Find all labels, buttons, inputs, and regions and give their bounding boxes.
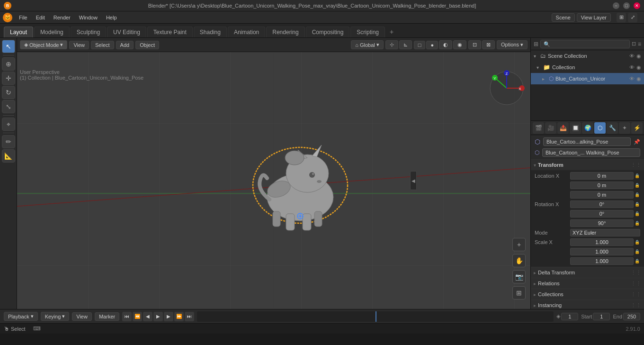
- prop-tab-scene[interactable]: 🎬: [533, 122, 544, 134]
- maximize-button[interactable]: □: [623, 2, 630, 9]
- tab-texture-paint[interactable]: Texture Paint: [147, 27, 193, 37]
- proportional-edit[interactable]: ⊾: [399, 40, 412, 49]
- menu-file[interactable]: File: [15, 14, 31, 21]
- tool-cursor[interactable]: ⊕: [2, 57, 15, 71]
- filter-icon[interactable]: ⊡: [632, 41, 636, 47]
- blender-menu-logo[interactable]: 🐱: [3, 13, 12, 22]
- shading-render[interactable]: ◉: [453, 40, 466, 49]
- tool-scale[interactable]: ⤡: [2, 100, 15, 113]
- snap-toggle[interactable]: ⊹: [385, 40, 398, 49]
- editor-type-icon[interactable]: ⊞: [617, 13, 626, 22]
- next-frame-button[interactable]: ▶: [164, 312, 173, 321]
- rotation-x-value[interactable]: 0°: [570, 200, 634, 208]
- scale-z-lock[interactable]: 🔒: [635, 259, 640, 263]
- rotation-z-lock[interactable]: 🔒: [635, 221, 640, 226]
- prop-tab-physics[interactable]: ⚡: [631, 122, 643, 134]
- delta-options-icon[interactable]: ⋮⋮: [631, 270, 641, 276]
- prev-frame-button[interactable]: ◀: [143, 312, 152, 321]
- relations-header[interactable]: ▸ Relations ⋮⋮: [531, 278, 644, 289]
- collection-row[interactable]: ▾ 📁 Collection 👁 ◉: [531, 62, 644, 73]
- location-z-value[interactable]: 0 m: [570, 191, 634, 199]
- transform-section-header[interactable]: ▾ Transform ⋮⋮: [531, 160, 644, 170]
- tool-transform[interactable]: ⌖: [2, 118, 15, 131]
- prop-tab-view-layer[interactable]: 🔲: [570, 122, 581, 134]
- prop-tab-object[interactable]: ⬡: [594, 122, 606, 134]
- obj-name-field[interactable]: Blue_Cartoo...alking_Pose: [543, 137, 631, 146]
- collections-options-icon[interactable]: ⋮⋮: [631, 291, 641, 298]
- scene-selector[interactable]: Scene: [552, 13, 575, 22]
- jump-start-button[interactable]: ⏮: [122, 312, 132, 321]
- options-btn[interactable]: Options ▾: [497, 40, 528, 49]
- menu-help[interactable]: Help: [102, 14, 121, 21]
- scene-collection-row[interactable]: ▾ 🗂 Scene Collection 👁 ◉: [531, 50, 644, 62]
- add-menu[interactable]: Add: [116, 41, 134, 49]
- tool-move[interactable]: ✛: [2, 72, 15, 85]
- transform-options-icon[interactable]: ⋮⋮: [631, 162, 641, 168]
- outliner-search-input[interactable]: [540, 40, 630, 48]
- menu-window[interactable]: Window: [75, 14, 101, 21]
- tool-measure[interactable]: 📐: [2, 149, 15, 163]
- rotation-y-lock[interactable]: 🔒: [635, 211, 640, 216]
- viewport-gizmos[interactable]: + ✋ 📷 ⊞: [512, 238, 526, 300]
- prop-tab-output[interactable]: 📤: [557, 122, 569, 134]
- collection-visibility-icon[interactable]: 👁: [629, 64, 635, 70]
- add-workspace-button[interactable]: +: [386, 26, 397, 37]
- grid-button[interactable]: ⊞: [512, 286, 526, 300]
- prop-tab-render[interactable]: 🎥: [545, 122, 556, 134]
- jump-end-button[interactable]: ⏭: [185, 312, 194, 321]
- location-y-value[interactable]: 0 m: [570, 182, 634, 189]
- tool-annotate[interactable]: ✏: [2, 135, 15, 148]
- shading-solid[interactable]: ●: [426, 41, 438, 49]
- shading-wire[interactable]: □: [414, 41, 426, 49]
- window-controls[interactable]: − □ ✕: [613, 2, 640, 9]
- scene-render-icon[interactable]: ◉: [636, 53, 641, 59]
- scale-y-lock[interactable]: 🔒: [635, 249, 640, 254]
- tab-animation[interactable]: Animation: [228, 27, 265, 37]
- end-frame-input[interactable]: 250: [623, 313, 640, 320]
- view-menu[interactable]: View: [69, 41, 89, 49]
- collection-render-icon[interactable]: ◉: [636, 64, 641, 71]
- location-x-value[interactable]: 0 m: [570, 172, 634, 180]
- scene-visibility-icon[interactable]: 👁: [629, 53, 635, 59]
- keying-menu[interactable]: Keying ▾: [41, 312, 70, 321]
- scale-y-value[interactable]: 1.000: [570, 248, 634, 255]
- prop-tab-world[interactable]: 🌍: [582, 122, 593, 134]
- step-forward-button[interactable]: ⏩: [174, 312, 184, 321]
- scale-z-value[interactable]: 1.000: [570, 257, 634, 265]
- full-screen-icon[interactable]: ⤢: [628, 13, 637, 22]
- object-render-icon[interactable]: ◉: [636, 76, 641, 82]
- tab-sculpting[interactable]: Sculpting: [71, 27, 106, 37]
- tab-rendering[interactable]: Rendering: [266, 27, 304, 37]
- rotation-x-lock[interactable]: 🔒: [635, 202, 640, 207]
- transform-selector[interactable]: ⌂ Global ▾: [351, 40, 383, 49]
- tab-uv-editing[interactable]: UV Editing: [107, 27, 146, 37]
- overlay-toggle[interactable]: ⊡: [468, 40, 481, 49]
- tab-shading[interactable]: Shading: [194, 27, 227, 37]
- tool-select[interactable]: ↖: [2, 40, 15, 53]
- xray-toggle[interactable]: ⊠: [482, 40, 495, 49]
- menu-edit[interactable]: Edit: [32, 14, 49, 21]
- tab-modeling[interactable]: Modeling: [34, 27, 70, 37]
- prop-tab-modifiers[interactable]: 🔧: [607, 122, 618, 134]
- relations-options-icon[interactable]: ⋮⋮: [631, 281, 641, 287]
- instancing-options-icon[interactable]: ⋮⋮: [631, 302, 641, 309]
- view-layer-selector[interactable]: View Layer: [577, 13, 611, 22]
- prop-tab-particles[interactable]: ✦: [619, 122, 630, 134]
- view-menu-timeline[interactable]: View: [72, 312, 92, 321]
- location-x-lock[interactable]: 🔒: [635, 173, 640, 178]
- step-back-button[interactable]: ⏪: [133, 312, 142, 321]
- delta-transform-header[interactable]: ▸ Delta Transform ⋮⋮: [531, 267, 644, 278]
- pin-icon[interactable]: 📌: [634, 139, 640, 145]
- scale-x-value[interactable]: 1.000: [570, 238, 634, 246]
- scale-x-lock[interactable]: 🔒: [635, 240, 640, 245]
- viewport-canvas[interactable]: User Perspective (1) Collection | Blue_C…: [17, 52, 530, 309]
- outliner-options-icon[interactable]: ≡: [638, 41, 641, 47]
- navigation-gizmo[interactable]: X Y Z: [488, 69, 526, 107]
- tab-layout[interactable]: Layout: [4, 27, 33, 37]
- panel-collapse-button[interactable]: ◀: [410, 171, 417, 190]
- play-button[interactable]: ▶: [153, 312, 163, 321]
- timeline-ruler[interactable]: [197, 311, 554, 322]
- mode-selector[interactable]: ◈ Object Mode ▾: [20, 40, 67, 49]
- location-z-lock[interactable]: 🔒: [635, 192, 640, 197]
- rotation-mode-value[interactable]: XYZ Euler: [570, 229, 640, 236]
